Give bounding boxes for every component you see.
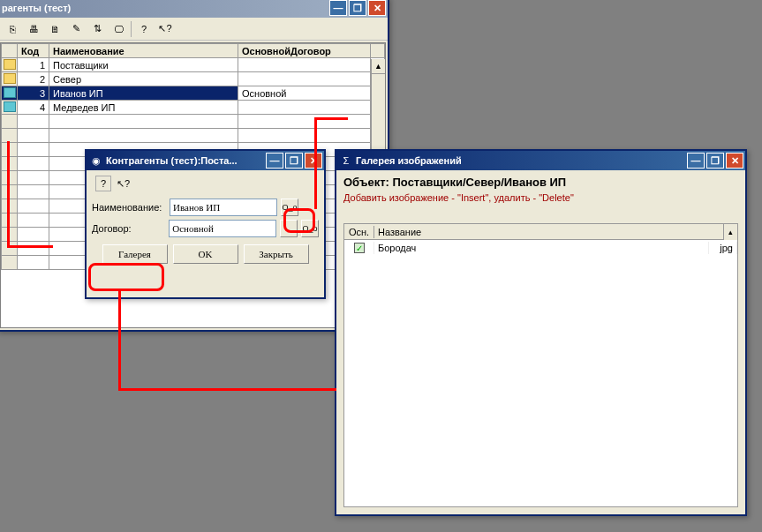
gallery-body: Объект: Поставщики/Север/Иванов ИП Добав… [338, 170, 743, 513]
row-name: Наименование: О_о [92, 199, 319, 216]
table-header-row: Код Наименование ОсновнойДоговор [2, 44, 385, 58]
row-contract [238, 72, 371, 86]
gallery-titlebar[interactable]: Σ Галерея изображений — ❐ ✕ [336, 151, 745, 170]
toolbar-icon-help-cursor[interactable]: ↖? [156, 20, 174, 38]
gallery-hint: Добавить изображение - "Insert", удалить… [343, 192, 738, 203]
row-name: Иванов ИП [49, 86, 238, 101]
table-row [2, 115, 385, 129]
gallery-col-main[interactable]: Осн. [344, 226, 374, 238]
folder-icon [4, 89, 16, 100]
max-button[interactable]: ❐ [349, 0, 366, 16]
toolbar-icon-help[interactable]: ? [135, 20, 153, 38]
row-icon [2, 58, 18, 72]
main-toolbar: ⎘ 🖶 🗎 ✎ ⇅ 🖵 ? ↖? [0, 18, 388, 41]
row-code: 2 [18, 72, 49, 86]
gallery-list-header: Осн. Название ▴ [344, 224, 737, 240]
row-icon [2, 101, 18, 115]
row-icon [2, 72, 18, 86]
row-contract [238, 58, 371, 72]
gallery-row-ext: jpg [709, 242, 737, 254]
gallery-row-check[interactable]: ✓ [344, 242, 374, 255]
gallery-max-button[interactable]: ❐ [706, 153, 724, 169]
row-contract [238, 101, 371, 115]
contract-oO-button[interactable]: О_о [301, 220, 319, 237]
col-name[interactable]: Наименование [49, 44, 238, 58]
table-row[interactable]: 4Медведев ИП [2, 101, 385, 115]
dialog-title: Контрагенты (тест):Поста... [106, 155, 266, 166]
min-button[interactable]: — [329, 0, 347, 16]
gallery-window: Σ Галерея изображений — ❐ ✕ Объект: Пост… [335, 149, 747, 516]
name-input[interactable] [170, 199, 277, 216]
gallery-col-name[interactable]: Название [374, 226, 737, 238]
dialog-min-button[interactable]: — [266, 153, 283, 169]
main-title: рагенты (тест) [2, 3, 329, 13]
dialog-icon: ◉ [90, 154, 102, 167]
close-button[interactable]: ✕ [368, 0, 386, 16]
gallery-close-button[interactable]: ✕ [726, 153, 743, 169]
gallery-row-name: Бородач [374, 242, 709, 254]
ok-button[interactable]: OK [173, 244, 238, 264]
dialog-titlebar[interactable]: ◉ Контрагенты (тест):Поста... — ❐ ✕ [87, 151, 324, 170]
row-icon [2, 86, 18, 101]
row-code: 3 [18, 86, 49, 101]
dialog-max-button[interactable]: ❐ [285, 153, 303, 169]
gallery-object: Объект: Поставщики/Север/Иванов ИП [343, 176, 738, 189]
row-name: Поставщики [49, 58, 238, 72]
table-row[interactable]: 2Север [2, 72, 385, 86]
contract-input[interactable] [169, 220, 276, 237]
col-icon[interactable] [2, 44, 18, 58]
toolbar-icon-copy[interactable]: ⎘ [4, 20, 21, 38]
row-name: Север [49, 72, 238, 86]
folder-icon [4, 103, 16, 114]
sigma-icon: Σ [340, 154, 352, 167]
row-contract: Договор: ... О_о [92, 220, 319, 237]
name-oO-button[interactable]: О_о [281, 199, 298, 216]
row-code: 1 [18, 58, 49, 72]
toolbar-icon-tree[interactable]: ⇅ [88, 20, 106, 38]
dialog-body: ? ↖? Наименование: О_о Договор: ... О_о … [87, 170, 324, 269]
help-icon[interactable]: ? [95, 176, 111, 191]
contract-label: Договор: [92, 223, 165, 234]
row-contract: Основной [238, 86, 371, 101]
annotation-line-galbtn-right [118, 388, 336, 391]
dialog-close-button[interactable]: ✕ [305, 153, 322, 169]
checkbox-icon: ✓ [354, 243, 365, 253]
dialog-buttons: Галерея OK Закрыть [92, 244, 319, 264]
table-row[interactable]: 1Поставщики [2, 58, 385, 72]
table-row [2, 129, 385, 143]
toolbar-icon-print[interactable]: 🖶 [25, 20, 42, 38]
help-cursor-icon[interactable]: ↖? [117, 178, 130, 190]
toolbar-icon-doc[interactable]: 🗎 [46, 20, 64, 38]
toolbar-icon-edit[interactable]: ✎ [67, 20, 85, 38]
gallery-min-button[interactable]: — [687, 153, 705, 169]
gallery-object-path: Поставщики/Север/Иванов ИП [393, 176, 567, 189]
gallery-title: Галерея изображений [356, 155, 687, 166]
toolbar-icon-screen[interactable]: 🖵 [109, 20, 127, 38]
gallery-object-label: Объект: [343, 176, 389, 189]
name-label: Наименование: [92, 202, 166, 213]
dialog-toolbar: ? ↖? [92, 176, 319, 195]
close-dialog-button[interactable]: Закрыть [244, 244, 309, 264]
gallery-scroll-corner[interactable]: ▴ [723, 224, 737, 240]
gallery-button[interactable]: Галерея [102, 244, 168, 264]
gallery-list[interactable]: Осн. Название ▴ ✓Бородачjpg [343, 223, 738, 507]
row-name: Медведев ИП [49, 101, 238, 115]
table-row[interactable]: 3Иванов ИПОсновной [2, 86, 385, 101]
contract-pick-button[interactable]: ... [280, 220, 298, 237]
contractor-edit-dialog: ◉ Контрагенты (тест):Поста... — ❐ ✕ ? ↖?… [85, 149, 326, 299]
row-code: 4 [18, 101, 49, 115]
main-titlebar[interactable]: рагенты (тест) — ❐ ✕ [0, 0, 388, 18]
folder-icon [4, 61, 16, 71]
folder-icon [4, 75, 16, 86]
gallery-row[interactable]: ✓Бородачjpg [344, 240, 737, 256]
col-scroll [371, 44, 385, 58]
col-contract[interactable]: ОсновнойДоговор [238, 44, 371, 58]
col-code[interactable]: Код [18, 44, 49, 58]
